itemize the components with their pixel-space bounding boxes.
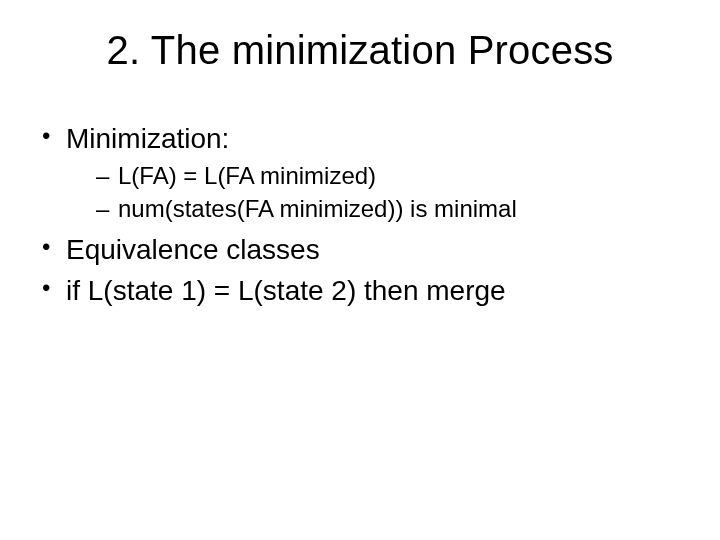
bullet-list: Minimization: L(FA) = L(FA minimized) nu… xyxy=(38,121,682,308)
slide: 2. The minimization Process Minimization… xyxy=(0,0,720,540)
sub-bullet-text: L(FA) = L(FA minimized) xyxy=(118,162,376,189)
bullet-equivalence: Equivalence classes xyxy=(38,232,682,267)
sub-bullet-list: L(FA) = L(FA minimized) num(states(FA mi… xyxy=(66,160,682,224)
sub-bullet-lfa: L(FA) = L(FA minimized) xyxy=(66,160,682,191)
slide-content: Minimization: L(FA) = L(FA minimized) nu… xyxy=(0,121,720,308)
slide-title: 2. The minimization Process xyxy=(0,28,720,73)
bullet-minimization: Minimization: L(FA) = L(FA minimized) nu… xyxy=(38,121,682,224)
bullet-text: if L(state 1) = L(state 2) then merge xyxy=(66,275,506,306)
bullet-text: Equivalence classes xyxy=(66,234,320,265)
bullet-text: Minimization: xyxy=(66,123,229,154)
bullet-merge: if L(state 1) = L(state 2) then merge xyxy=(38,273,682,308)
sub-bullet-text: num(states(FA minimized)) is minimal xyxy=(118,195,517,222)
sub-bullet-numstates: num(states(FA minimized)) is minimal xyxy=(66,193,682,224)
